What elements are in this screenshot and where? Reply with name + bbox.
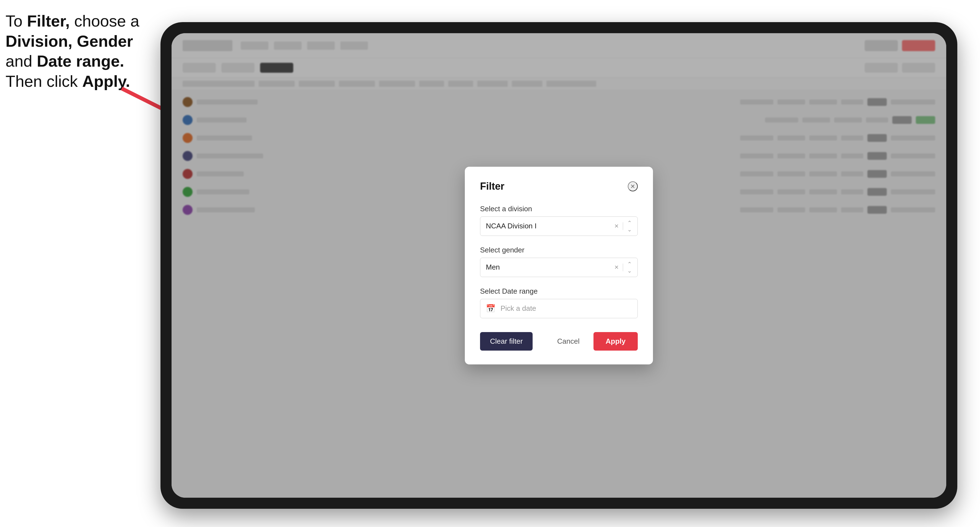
modal-close-button[interactable]: × xyxy=(628,181,638,191)
division-chevron-icon: ⌃⌄ xyxy=(627,219,632,233)
division-label: Select a division xyxy=(480,205,638,213)
modal-header: Filter × xyxy=(480,181,638,192)
select-divider-2 xyxy=(623,264,623,271)
clear-filter-button[interactable]: Clear filter xyxy=(480,332,533,351)
gender-value: Men xyxy=(486,263,614,271)
gender-select-controls: × ⌃⌄ xyxy=(614,261,632,274)
date-form-group: Select Date range 📅 Pick a date xyxy=(480,287,638,318)
instruction-middle1: choose a xyxy=(70,12,140,30)
instruction-block: To Filter, choose a Division, Gender and… xyxy=(6,11,161,91)
gender-clear-icon[interactable]: × xyxy=(614,263,619,271)
modal-footer-right: Cancel Apply xyxy=(549,332,638,351)
tablet-device: Filter × Select a division NCAA Division… xyxy=(161,22,957,509)
apply-button[interactable]: Apply xyxy=(593,332,638,351)
instruction-middle2: and xyxy=(6,52,37,70)
date-input[interactable]: 📅 Pick a date xyxy=(480,299,638,318)
instruction-bold1: Filter, xyxy=(27,12,70,30)
tablet-screen: Filter × Select a division NCAA Division… xyxy=(172,33,946,498)
date-label: Select Date range xyxy=(480,287,638,295)
division-select-controls: × ⌃⌄ xyxy=(614,219,632,233)
date-placeholder: Pick a date xyxy=(501,304,536,313)
filter-modal: Filter × Select a division NCAA Division… xyxy=(465,167,653,364)
instruction-bold2: Division, Gender xyxy=(6,32,133,50)
instruction-prefix: To xyxy=(6,12,27,30)
modal-footer: Clear filter Cancel Apply xyxy=(480,332,638,351)
instruction-bold4: Apply. xyxy=(82,72,130,90)
division-select[interactable]: NCAA Division I × ⌃⌄ xyxy=(480,216,638,236)
division-clear-icon[interactable]: × xyxy=(614,222,619,230)
division-form-group: Select a division NCAA Division I × ⌃⌄ xyxy=(480,205,638,236)
gender-chevron-icon: ⌃⌄ xyxy=(627,261,632,274)
select-divider xyxy=(623,222,623,230)
division-value: NCAA Division I xyxy=(486,222,614,230)
gender-form-group: Select gender Men × ⌃⌄ xyxy=(480,246,638,277)
modal-overlay: Filter × Select a division NCAA Division… xyxy=(172,33,946,498)
calendar-icon: 📅 xyxy=(486,304,496,313)
modal-title: Filter xyxy=(480,181,504,192)
instruction-bold3: Date range. xyxy=(37,52,124,70)
cancel-button[interactable]: Cancel xyxy=(549,332,588,351)
instruction-suffix: Then click xyxy=(6,72,82,90)
gender-select[interactable]: Men × ⌃⌄ xyxy=(480,258,638,277)
gender-label: Select gender xyxy=(480,246,638,254)
